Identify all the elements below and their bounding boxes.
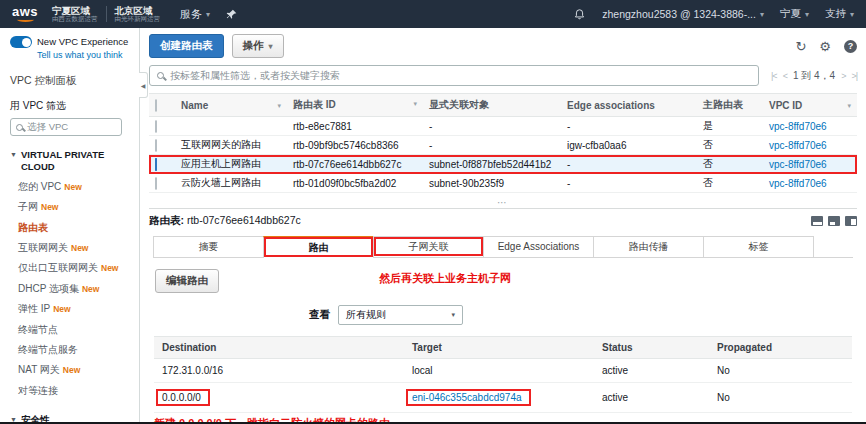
sidebar-item-subnets[interactable]: 子网New xyxy=(10,197,135,217)
edit-row: 编辑路由 然后再关联上业务主机子网 xyxy=(155,269,851,293)
refresh-icon[interactable]: ↻ xyxy=(795,40,806,53)
detail-tabs: 摘要 路由 子网关联 Edge Associations 路由传播 标签 xyxy=(153,236,853,258)
edit-routes-button[interactable]: 编辑路由 xyxy=(155,269,219,293)
select-all-header xyxy=(149,94,175,117)
new-badge: New xyxy=(63,365,80,375)
collapse-arrow-icon: ◀ xyxy=(141,82,146,89)
status-badge: active xyxy=(594,359,709,383)
col-destination: Destination xyxy=(154,337,404,359)
chevron-down-icon: ▾ xyxy=(805,10,809,19)
annotation-route-note: 新建 0.0.0.0/0 下一跳指向云防火墙的网卡的路由 xyxy=(154,416,852,424)
tab-edge-associations[interactable]: Edge Associations xyxy=(483,236,594,257)
sidebar-item-dhcp-option-sets[interactable]: DHCP 选项集New xyxy=(10,279,135,299)
sidebar-item-nat-gateways[interactable]: NAT 网关New xyxy=(10,360,135,380)
services-menu[interactable]: 服务 ▾ xyxy=(180,7,210,22)
actions-button[interactable]: 操作 ▾ xyxy=(232,34,284,58)
col-vpc-id[interactable]: VPC ID▾ xyxy=(763,94,857,117)
vpc-link[interactable]: vpc-8ffd70e6 xyxy=(769,178,827,189)
annotation-subnet-note: 然后再关联上业务主机子网 xyxy=(379,271,511,286)
sort-icon: ▾ xyxy=(847,102,851,110)
page-prev-button[interactable]: < xyxy=(783,71,787,81)
section-security[interactable]: ▼ 安全性 xyxy=(10,414,135,422)
page-last-button[interactable]: >| xyxy=(851,71,857,81)
table-row-selected[interactable]: 应用主机上网路由 rtb-07c76ee614dbb627c subnet-0f… xyxy=(149,155,857,174)
sidebar-item-egress-only-gateways[interactable]: 仅出口互联网网关New xyxy=(10,258,135,278)
gear-icon[interactable]: ⚙ xyxy=(819,40,831,53)
row-checkbox-checked[interactable] xyxy=(155,158,157,171)
filter-search-input[interactable]: 按标签和属性筛选，或者按关键字搜索 xyxy=(149,65,759,86)
select-all-checkbox[interactable] xyxy=(155,99,157,112)
vpc-link[interactable]: vpc-8ffd70e6 xyxy=(769,140,827,151)
route-row: 0.0.0.0/0 eni-046c355cabdcd974a active N… xyxy=(154,383,852,413)
help-icon[interactable]: ? xyxy=(844,40,857,53)
main-content: 创建路由表 操作 ▾ ↻ ⚙ ? 按标签和属性筛选，或者按关键字搜索 |< < … xyxy=(140,28,866,422)
new-badge: New xyxy=(71,243,88,253)
topbar: aws 宁夏区域 由西云数据运营 北京区域 由光环新网运营 服务 ▾ xyxy=(0,0,866,28)
table-row[interactable]: 互联网网关的路由 rtb-09bf9bc5746cb8366 - igw-cfb… xyxy=(149,136,857,155)
new-vpc-experience-toggle-row: New VPC Experience xyxy=(10,36,135,48)
vpc-filter-input[interactable]: 选择 VPC xyxy=(10,118,122,136)
section-collapse-icon: ▼ xyxy=(10,151,17,173)
routes-header-row: Destination Target Status Propagated xyxy=(154,337,852,359)
col-main[interactable]: 主路由表 xyxy=(697,94,763,117)
create-route-table-button[interactable]: 创建路由表 xyxy=(149,34,224,58)
tab-routes[interactable]: 路由 xyxy=(263,236,374,258)
vpc-link[interactable]: vpc-8ffd70e6 xyxy=(769,121,827,132)
tab-route-propagation[interactable]: 路由传播 xyxy=(593,236,704,257)
detail-title: 路由表: rtb-07c76ee614dbb627c xyxy=(149,214,301,228)
status-badge: active xyxy=(594,383,709,413)
aws-logo[interactable]: aws xyxy=(12,6,38,22)
tab-tags[interactable]: 标签 xyxy=(703,236,814,257)
new-badge: New xyxy=(101,263,118,273)
col-explicit-assoc[interactable]: 显式关联对象 xyxy=(423,94,561,117)
row-checkbox[interactable] xyxy=(155,177,157,190)
table-row[interactable]: 云防火墙上网路由 rtb-01d09f0bc5fba2d02 subnet-90… xyxy=(149,174,857,193)
sidebar-collapse-handle[interactable]: ◀ xyxy=(139,72,148,98)
panel-splitter[interactable]: ⋯ xyxy=(149,200,857,209)
row-checkbox[interactable] xyxy=(155,120,157,133)
table-row[interactable]: rtb-e8ec7881 - - 是 vpc-8ffd70e6 xyxy=(149,117,857,136)
screen: aws 宁夏区域 由西云数据运营 北京区域 由光环新网运营 服务 ▾ xyxy=(0,0,866,424)
account-menu[interactable]: zhengzhou2583 @ 1324-3886-... ▾ xyxy=(602,8,764,20)
sidebar-item-endpoint-services[interactable]: 终端节点服务 xyxy=(10,340,135,360)
new-vpc-experience-toggle[interactable] xyxy=(10,36,32,48)
sidebar-item-route-tables[interactable]: 路由表 xyxy=(10,218,135,238)
region-banner: 宁夏区域 由西云数据运营 北京区域 由光环新网运营 xyxy=(52,6,160,23)
section-virtual-private-cloud[interactable]: ▼ VIRTUAL PRIVATE CLOUD xyxy=(10,149,135,173)
feedback-link[interactable]: Tell us what you think xyxy=(37,50,135,60)
col-propagated: Propagated xyxy=(709,337,852,359)
new-badge: New xyxy=(64,182,81,192)
vpc-link[interactable]: vpc-8ffd70e6 xyxy=(769,159,827,170)
layout-half-pane-icon[interactable] xyxy=(828,216,840,226)
bell-icon[interactable] xyxy=(573,8,586,21)
layout-bottom-pane-icon[interactable] xyxy=(811,216,823,226)
view-rules-select[interactable]: 所有规则 ▾ xyxy=(338,305,463,325)
col-name[interactable]: Name▾ xyxy=(175,94,287,117)
col-route-table-id[interactable]: 路由表 ID▾ xyxy=(287,94,423,117)
layout-side-pane-icon[interactable] xyxy=(845,216,857,226)
page-next-button[interactable]: > xyxy=(841,71,845,81)
region-menu[interactable]: 宁夏 ▾ xyxy=(780,7,809,21)
sidebar-item-your-vpcs[interactable]: 您的 VPCNew xyxy=(10,177,135,197)
sidebar: New VPC Experience Tell us what you thin… xyxy=(0,28,140,422)
pushpin-icon[interactable] xyxy=(226,9,237,20)
col-edge-assoc[interactable]: Edge associations xyxy=(561,94,697,117)
table-header-row: Name▾ 路由表 ID▾ 显式关联对象 Edge associations 主… xyxy=(149,94,857,117)
routes-table: Destination Target Status Propagated 172… xyxy=(154,336,852,413)
topbar-right: zhengzhou2583 @ 1324-3886-... ▾ 宁夏 ▾ 支持 … xyxy=(573,7,854,21)
support-menu[interactable]: 支持 ▾ xyxy=(825,7,854,21)
view-filter-row: 查看 所有规则 ▾ xyxy=(309,305,857,325)
sidebar-item-elastic-ips[interactable]: 弹性 IPNew xyxy=(10,299,135,319)
region-ningxia[interactable]: 宁夏区域 由西云数据运营 xyxy=(52,6,98,23)
page-first-button[interactable]: |< xyxy=(771,71,777,81)
tab-subnet-associations[interactable]: 子网关联 xyxy=(373,236,484,257)
chevron-down-icon: ▾ xyxy=(850,10,854,19)
vpc-dashboard-link[interactable]: VPC 控制面板 xyxy=(10,74,135,88)
sidebar-item-internet-gateways[interactable]: 互联网网关New xyxy=(10,238,135,258)
sidebar-item-peering-connections[interactable]: 对等连接 xyxy=(10,381,135,401)
row-checkbox[interactable] xyxy=(155,139,157,152)
sidebar-item-endpoints[interactable]: 终端节点 xyxy=(10,319,135,339)
tab-summary[interactable]: 摘要 xyxy=(153,236,264,257)
eni-link[interactable]: eni-046c355cabdcd974a xyxy=(412,392,522,403)
region-beijing[interactable]: 北京区域 由光环新网运营 xyxy=(115,6,161,23)
